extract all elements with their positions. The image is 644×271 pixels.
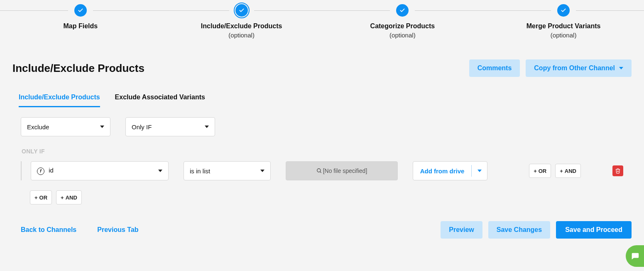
trash-icon [615, 168, 621, 174]
add-or-group-button[interactable]: + OR [30, 190, 52, 204]
chat-icon [630, 251, 639, 261]
chevron-down-icon [100, 126, 104, 128]
drive-dropdown-toggle[interactable] [471, 165, 487, 177]
previous-tab-link[interactable]: Previous Tab [97, 226, 138, 234]
tab-include-exclude[interactable]: Include/Exclude Products [19, 94, 100, 107]
check-icon [557, 4, 570, 17]
plus-icon: + [560, 168, 563, 174]
field-select[interactable]: f id [31, 161, 169, 180]
chat-support-button[interactable] [626, 245, 644, 267]
check-icon [74, 4, 87, 17]
plus-icon: + [61, 195, 64, 201]
subtabs: Include/Exclude Products Exclude Associa… [0, 77, 644, 107]
step-sublabel: (optional) [483, 32, 644, 39]
plus-icon: + [534, 168, 537, 174]
step-label: Merge Product Variants [483, 22, 644, 30]
page-title: Include/Exclude Products [12, 62, 144, 75]
delete-condition-button[interactable] [612, 165, 623, 176]
tab-exclude-variants[interactable]: Exclude Associated Variants [115, 94, 205, 107]
plus-icon: + [34, 195, 38, 201]
chevron-down-icon [158, 170, 162, 172]
action-select[interactable]: Exclude [21, 117, 110, 136]
copy-from-channel-button[interactable]: Copy from Other Channel [526, 59, 632, 77]
action-value: Exclude [27, 123, 49, 131]
preview-button[interactable]: Preview [441, 221, 482, 239]
file-placeholder: [No file specified] [323, 168, 367, 174]
chevron-down-icon [205, 126, 209, 128]
step-sublabel: (optional) [322, 32, 483, 39]
comments-label: Comments [477, 64, 512, 72]
copy-from-label: Copy from Other Channel [534, 64, 615, 72]
svg-point-0 [317, 169, 320, 172]
add-or-button[interactable]: + OR [529, 164, 551, 178]
comments-button[interactable]: Comments [469, 59, 520, 77]
back-to-channels-link[interactable]: Back to Channels [21, 226, 76, 234]
function-icon: f [37, 168, 44, 175]
operator-select[interactable]: is in list [184, 161, 271, 180]
check-icon [235, 4, 248, 17]
step-map-fields[interactable]: Map Fields [0, 4, 161, 39]
wizard-stepper: Map Fields Include/Exclude Products (opt… [0, 0, 644, 42]
step-label: Categorize Products [322, 22, 483, 30]
add-and-group-button[interactable]: + AND [56, 190, 82, 204]
step-merge-variants[interactable]: Merge Product Variants (optional) [483, 4, 644, 39]
match-mode-value: Only IF [132, 123, 152, 131]
step-sublabel: (optional) [161, 32, 322, 39]
operator-value: is in list [190, 168, 210, 175]
field-value: id [49, 167, 54, 174]
check-icon [396, 4, 409, 17]
step-label: Include/Exclude Products [161, 22, 322, 30]
add-and-button[interactable]: + AND [555, 164, 581, 178]
file-picker[interactable]: [No file specified] [286, 161, 398, 180]
drive-label: Add from drive [413, 168, 471, 175]
save-and-proceed-button[interactable]: Save and Proceed [556, 221, 632, 239]
condition-row: f id is in list [No file specified] Add … [21, 161, 623, 180]
step-include-exclude[interactable]: Include/Exclude Products (optional) [161, 4, 322, 39]
step-categorize[interactable]: Categorize Products (optional) [322, 4, 483, 39]
chevron-down-icon [619, 67, 623, 69]
match-mode-select[interactable]: Only IF [125, 117, 215, 136]
svg-line-1 [320, 172, 321, 173]
chevron-down-icon [477, 170, 482, 172]
add-from-drive-button[interactable]: Add from drive [413, 161, 487, 180]
save-changes-button[interactable]: Save Changes [488, 221, 550, 239]
chevron-down-icon [260, 170, 264, 172]
only-if-heading: ONLY IF [22, 148, 623, 155]
step-label: Map Fields [0, 22, 161, 30]
search-icon [316, 168, 322, 174]
